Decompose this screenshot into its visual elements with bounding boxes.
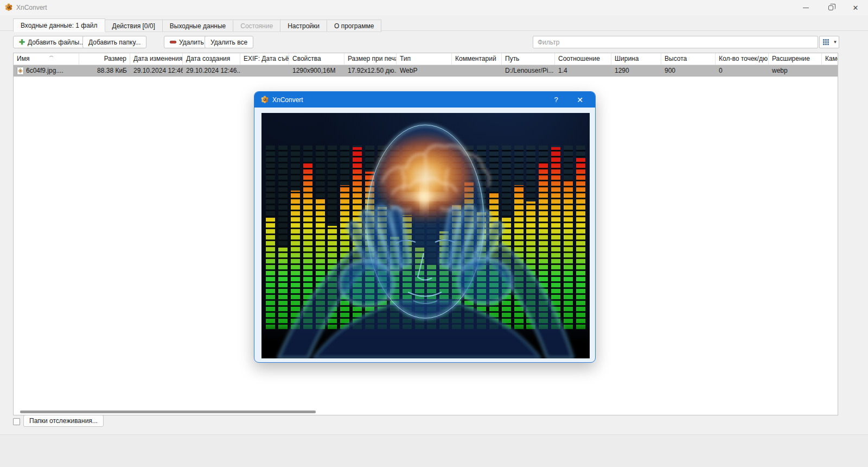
remove-all-label: Удалить все: [210, 39, 247, 46]
sort-ascending-icon: ︿: [49, 53, 54, 59]
remove-button[interactable]: Удалить: [164, 36, 210, 48]
tab-status: Состояние: [233, 20, 280, 32]
chevron-down-icon: ▼: [833, 40, 838, 45]
remove-all-button[interactable]: Удалить все: [205, 36, 253, 48]
watch-folders-checkbox[interactable]: [13, 418, 20, 425]
col-camera[interactable]: Камера,: [822, 53, 838, 65]
dialog-title: XnConvert: [272, 96, 303, 104]
cell-size: 88.38 КиБ: [79, 65, 130, 77]
cell-date-modified: 29.10.2024 12:46...: [130, 65, 183, 77]
minimize-button[interactable]: [793, 0, 818, 15]
tab-about[interactable]: О программе: [327, 20, 381, 32]
col-width[interactable]: Ширина: [611, 53, 661, 65]
cell-comment: [452, 65, 502, 77]
watch-folders-label: Папки отслеживания...: [29, 417, 98, 425]
file-type-icon: [17, 67, 24, 75]
plus-icon: ✚: [19, 39, 25, 46]
col-properties[interactable]: Свойства: [289, 53, 344, 65]
tab-input[interactable]: Входные данные: 1 файл: [13, 18, 105, 32]
col-type[interactable]: Тип: [397, 53, 452, 65]
dialog-help-button[interactable]: ?: [547, 92, 565, 108]
add-folder-button[interactable]: Добавить папку...: [82, 36, 146, 48]
col-comment[interactable]: Комментарий: [452, 53, 502, 65]
preview-dialog: XnConvert ? ✕: [254, 91, 596, 363]
table-header: ︿ Имя Размер Дата изменения Дата создани…: [14, 53, 838, 65]
cell-exif-date: [240, 65, 289, 77]
tab-output[interactable]: Выходные данные: [162, 20, 233, 32]
close-icon: ✕: [853, 4, 859, 12]
col-exif-date[interactable]: EXIF: Дата съёмки: [240, 53, 289, 65]
horizontal-scrollbar-thumb[interactable]: [20, 411, 316, 413]
cell-properties: 1290x900,16M: [289, 65, 344, 77]
dialog-close-button[interactable]: ✕: [569, 92, 591, 108]
cell-extension: webp: [769, 65, 822, 77]
person-with-glowing-brain: [261, 113, 590, 358]
col-print-size[interactable]: Размер при печа: [344, 53, 397, 65]
view-mode-dropdown[interactable]: ▼: [832, 36, 839, 48]
restore-button[interactable]: [818, 0, 843, 15]
bottom-bar: Предустановки: ▼ ✖ Экспортировать для NC…: [0, 434, 868, 467]
dialog-titlebar[interactable]: XnConvert ? ✕: [254, 92, 595, 108]
col-size[interactable]: Размер: [79, 53, 130, 65]
minus-icon: [170, 41, 176, 43]
table-row[interactable]: 6c04f9.jpg.... 88.38 КиБ 29.10.2024 12:4…: [14, 65, 838, 77]
watch-folders-button[interactable]: Папки отслеживания...: [23, 415, 104, 427]
cell-name: 6c04f9.jpg....: [26, 65, 63, 77]
window-titlebar: XnConvert ✕: [0, 0, 868, 15]
tab-bar: Входные данные: 1 файл Действия [0/0] Вы…: [13, 18, 381, 32]
close-window-button[interactable]: ✕: [843, 0, 868, 15]
add-files-button[interactable]: ✚ Добавить файлы...: [13, 36, 91, 48]
minimize-icon: [803, 8, 809, 8]
col-name[interactable]: Имя: [14, 53, 79, 65]
view-mode-button[interactable]: [819, 36, 832, 48]
xnconvert-app-icon: [4, 3, 13, 11]
restore-icon: [828, 5, 833, 10]
col-ratio[interactable]: Соотношение: [555, 53, 611, 65]
tab-actions[interactable]: Действия [0/0]: [105, 20, 163, 32]
tab-settings[interactable]: Настройки: [280, 20, 327, 32]
cell-path: D:/Lenouser/Pi...: [502, 65, 555, 77]
cell-print-size: 17.92x12.50 дю...: [344, 65, 397, 77]
cell-width: 1290: [611, 65, 661, 77]
col-extension[interactable]: Расширение: [769, 53, 822, 65]
add-folder-label: Добавить папку...: [88, 39, 141, 46]
add-files-label: Добавить файлы...: [28, 39, 85, 46]
cell-type: WebP: [397, 65, 452, 77]
grid-view-icon: [823, 39, 829, 45]
window-title: XnConvert: [16, 4, 47, 11]
col-path[interactable]: Путь: [502, 53, 555, 65]
col-dpi[interactable]: Кол-во точек/дю: [716, 53, 769, 65]
col-height[interactable]: Высота: [661, 53, 716, 65]
col-date-created[interactable]: Дата создания: [183, 53, 240, 65]
cell-date-created: 29.10.2024 12:46...: [183, 65, 240, 77]
cell-height: 900: [661, 65, 716, 77]
remove-label: Удалить: [179, 39, 204, 46]
cell-dpi: 0: [716, 65, 769, 77]
filter-input[interactable]: [533, 36, 818, 48]
xnconvert-app-icon: [260, 95, 269, 104]
cell-ratio: 1.4: [555, 65, 611, 77]
col-date-modified[interactable]: Дата изменения: [130, 53, 183, 65]
preview-image: [261, 113, 590, 358]
cell-camera: [822, 65, 838, 77]
